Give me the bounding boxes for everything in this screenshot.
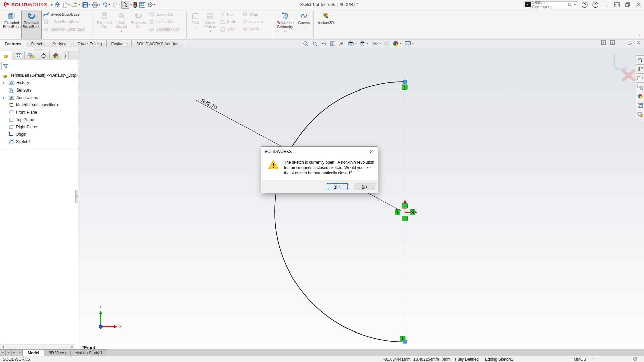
tab-property-manager[interactable] [12,51,25,60]
apply-scene-dropdown[interactable]: ▾ [400,42,401,45]
swept-boss-base-button[interactable]: Swept Boss/Base [43,11,91,17]
hole-wizard-dropdown[interactable]: ▾ [121,29,122,34]
expand-panes-button[interactable] [614,2,620,8]
cancel-sketch-icon[interactable] [623,71,634,80]
status-units[interactable]: MMGS [574,357,586,362]
ribbon-collapse-chevron[interactable]: ∧ [638,34,641,37]
tab-solidworks-add-ins[interactable]: SOLIDWORKS Add-Ins [131,40,183,47]
search-icon[interactable] [568,2,572,7]
units-dropdown-arrow[interactable]: ▴ [592,357,594,360]
view-settings-button[interactable]: ▾ [405,41,414,46]
tab-surfaces[interactable]: Surfaces [48,40,73,47]
hide-show-dropdown[interactable]: ▾ [379,42,381,45]
extruded-cut-button[interactable]: Extruded Cut [96,10,113,39]
undo-button[interactable]: ▾ [101,1,111,9]
swept-cut-button[interactable]: Swept Cut [149,11,183,17]
help-button[interactable]: ? [592,2,598,8]
extruded-boss-base-button[interactable]: Extruded Boss/Base [2,10,21,39]
doc-close-button[interactable] [636,41,641,45]
boundary-cut-button[interactable]: Boundary Cut [149,26,183,32]
constraint-box-above-origin[interactable] [402,203,408,208]
tree-item-material[interactable]: Material <not specified> [0,101,78,109]
display-style-dropdown[interactable]: ▾ [367,42,368,45]
graphics-area[interactable]: R32.70 [0,47,644,349]
revolved-boss-base-button[interactable]: Revolved Boss/Base [21,10,42,39]
fillet-button[interactable]: Fillet ▾ [189,10,202,39]
arc-endpoint-bottom[interactable] [403,340,407,343]
linear-pattern-dropdown[interactable]: ▾ [210,29,211,34]
annotation-views-button[interactable]: A [339,41,345,46]
instant3d-button[interactable]: Instant3D [315,10,337,39]
scroll-left-button[interactable]: ◀ [0,344,6,349]
mirror-button[interactable]: Mirror [242,26,269,32]
zoom-to-area-button[interactable] [312,41,318,47]
tree-item-history[interactable]: ▶ History [0,79,78,86]
tab-model[interactable]: Model [23,349,44,356]
last-tab-button[interactable]: ⏭ [17,349,23,356]
tree-item-origin[interactable]: Origin [0,131,78,138]
view-orientation-dropdown[interactable]: ▾ [355,42,357,45]
rib-button[interactable]: Rib [220,11,239,17]
status-tag-icon[interactable] [633,357,638,362]
tree-item-right-plane[interactable]: Right Plane [0,123,78,131]
tab-dimxpert-manager[interactable] [37,51,50,60]
options-button[interactable]: ▾ [147,1,156,9]
logo-expand-arrow[interactable]: ▶ [51,3,54,6]
home-button[interactable] [54,1,61,9]
open-document-button[interactable]: ▾ [71,1,81,9]
intersect-button[interactable]: Intersect [242,19,269,25]
tab-display-manager[interactable] [50,51,62,60]
arc-endpoint-top[interactable] [403,80,407,83]
panel-horizontal-scrollbar[interactable]: ◀ ▶ [0,344,75,349]
tab-3d-views[interactable]: 3D Views [44,349,71,356]
constraint-box-below-origin[interactable] [402,216,408,221]
select-tool-dropdown[interactable]: ▾ [130,3,132,6]
boundary-boss-base-button[interactable]: Boundary Boss/Base [43,26,91,32]
previous-view-button[interactable] [321,41,327,46]
custom-properties-button[interactable] [636,101,644,110]
tree-item-sketch1[interactable]: Sketch1 [0,138,78,145]
view-palette-button[interactable]: T [636,83,644,92]
hole-wizard-button[interactable]: Hole Wizard ▾ [113,10,130,39]
restore-button[interactable] [625,2,631,8]
exit-sketch-icon[interactable] [614,55,623,69]
dialog-titlebar[interactable]: SOLIDWORKS ✕ [261,147,378,156]
tree-item-sensors[interactable]: Sensors [0,86,78,94]
file-properties-button[interactable] [139,1,146,9]
doc-restore-button[interactable] [628,41,632,45]
search-commands-box[interactable]: >_ Search Commands ▾ [524,1,577,8]
first-tab-button[interactable]: ⏮ [0,349,6,356]
tree-item-top-plane[interactable]: Top Plane [0,116,78,123]
zoom-to-fit-button[interactable] [303,41,309,47]
scroll-right-button[interactable]: ▶ [70,344,75,349]
file-explorer-button[interactable] [636,74,644,82]
panel-collapse-handle[interactable]: ❮ [75,190,78,203]
pane-left-button[interactable] [601,40,606,45]
redo-button[interactable]: ▾ [111,1,121,9]
no-button[interactable]: No [354,183,375,190]
apply-scene-button[interactable]: ▾ [393,41,401,47]
tree-item-front-plane[interactable]: Front Plane [0,109,78,116]
lofted-boss-base-button[interactable]: Lofted Boss/Base [43,19,91,25]
rebuild-button[interactable] [132,1,138,9]
curves-button[interactable]: Curves ▾ [296,10,312,39]
feature-tree-filter-input[interactable] [10,64,75,68]
edit-appearance-button[interactable] [384,41,390,47]
view-settings-dropdown[interactable]: ▾ [412,42,414,45]
linear-pattern-button[interactable]: Linear Pattern ▾ [202,10,219,39]
tab-evaluate[interactable]: Evaluate [106,40,131,47]
expand-arrow-icon[interactable]: ▶ [3,96,5,99]
close-button[interactable] [635,2,641,8]
tab-configuration-manager[interactable] [25,51,37,60]
search-dropdown[interactable]: ▾ [574,3,576,6]
revolved-cut-button[interactable]: Revolved Cut [130,10,147,39]
account-button[interactable] [582,2,588,8]
tab-feature-tree[interactable] [0,51,12,60]
next-tab-button[interactable]: ▶ [11,349,17,356]
new-document-button[interactable]: ▾ [62,1,70,9]
lofted-cut-button[interactable]: Lofted Cut [149,19,183,25]
tab-sketch[interactable]: Sketch [26,40,48,47]
save-button[interactable]: ▾ [82,1,91,9]
fillet-dropdown[interactable]: ▾ [195,25,196,29]
section-view-button[interactable] [330,41,336,46]
